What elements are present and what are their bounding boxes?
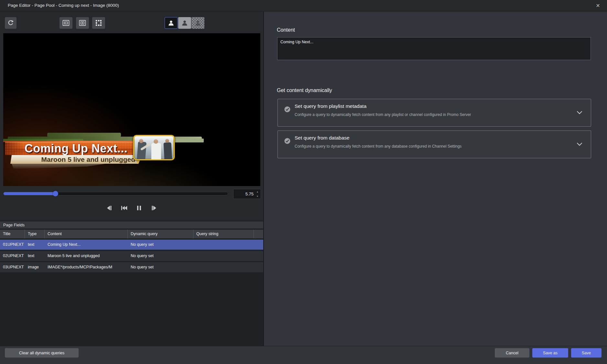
person-on-gray-icon [181,19,188,26]
cell-type: text [25,240,45,250]
cell-type: image [25,262,45,272]
card-title: Set query from database [295,135,350,141]
title-area-icon [62,20,70,26]
page-fields-section: Page Fields Title Type Content Dynamic q… [0,221,263,346]
timeline-slider[interactable] [3,192,228,195]
chevron-down-icon[interactable] [577,141,582,147]
show-safe-area-button[interactable] [76,17,89,29]
step-back-icon [106,205,113,212]
timeline-slider-fill [4,192,55,195]
refresh-button[interactable] [5,17,16,29]
show-title-area-button[interactable] [60,17,72,29]
content-heading: Content [277,27,295,33]
show-bounding-box-button[interactable] [92,17,105,29]
column-header-query-string[interactable]: Query string [193,230,254,238]
cancel-button[interactable]: Cancel [495,348,529,358]
person-on-transparency-icon [194,19,201,26]
graphic-preview: Coming Up Next... Maroon 5 live and unpl… [3,33,260,186]
spin-down-icon[interactable]: ▼ [255,195,259,198]
column-header-dynamic-query[interactable]: Dynamic query [128,230,193,238]
cell-content: IMAGE*/products/MCP/Packages/M [45,262,128,272]
time-spinbox: ▲ ▼ [233,189,261,199]
window-title: Page Editor - Page Pool - Coming up next… [8,3,119,8]
column-header-type[interactable]: Type [25,230,45,238]
background-black-toggle[interactable] [165,17,178,29]
clear-all-dynamic-queries-button[interactable]: Clear all dynamic queries [5,348,79,358]
preview-panel: Coming Up Next... Maroon 5 live and unpl… [0,12,263,346]
card-title: Set query from playlist metadata [295,103,366,109]
background-transparent-toggle[interactable] [191,17,204,29]
step-forward-button[interactable] [150,204,158,213]
cell-dynamic-query: No query set [128,251,193,261]
close-icon: ✕ [596,3,600,8]
check-circle-icon [284,138,290,144]
table-header-row: Title Type Content Dynamic query Query s… [0,230,263,238]
thumbnail-figure-right [163,142,172,160]
content-input[interactable]: Coming Up Next... [277,37,591,60]
card-description: Configure a query to dynamically fetch c… [295,112,471,117]
cell-query-string [193,262,254,272]
dynamic-content-heading: Get content dynamically [277,88,332,93]
spin-up-icon[interactable]: ▲ [255,190,259,193]
step-back-button[interactable] [105,204,114,213]
content-panel: Content Coming Up Next... Get content dy… [264,12,607,346]
chevron-down-icon[interactable] [577,110,582,116]
column-header-spacer [254,230,263,238]
page-fields-header-bar: Page Fields [0,221,263,229]
cell-dynamic-query: No query set [128,240,193,250]
cell-content: Maroon 5 live and unplugged [45,251,128,261]
lower-third-subtitle-banner: Maroon 5 live and unplugged [10,155,142,164]
database-query-card[interactable]: Set query from database Configure a quer… [277,130,591,158]
safe-area-icon [79,20,86,26]
check-circle-icon [284,106,290,112]
save-as-button[interactable]: Save as [532,348,568,358]
playlist-metadata-query-card[interactable]: Set query from playlist metadata Configu… [277,99,591,127]
table-row[interactable]: 02UPNEXT text Maroon 5 live and unplugge… [0,251,263,261]
background-gray-toggle[interactable] [178,17,191,29]
pause-icon [136,205,142,212]
footer-bar: Clear all dynamic queries Cancel Save as… [0,346,607,364]
go-to-start-button[interactable] [120,204,128,213]
page-fields-title: Page Fields [3,223,25,227]
lower-third-subtitle: Maroon 5 live and unplugged [41,156,142,163]
cell-dynamic-query: No query set [128,262,193,272]
card-description: Configure a query to dynamically fetch c… [295,144,461,149]
cell-title: 01UPNEXT [0,240,25,250]
title-bar: Page Editor - Page Pool - Coming up next… [0,0,607,12]
time-value-input[interactable] [235,190,254,198]
cell-type: text [25,251,45,261]
column-header-content[interactable]: Content [45,230,128,238]
cell-query-string [193,240,254,250]
timeline-slider-thumb[interactable] [53,191,58,196]
column-header-title[interactable]: Title [0,230,25,238]
video-thumbnail [133,135,175,160]
table-row[interactable]: 01UPNEXT text Coming Up Next... No query… [0,240,263,250]
table-row[interactable]: 03UPNEXT image IMAGE*/products/MCP/Packa… [0,262,263,272]
transport-controls [93,203,170,213]
close-button[interactable]: ✕ [593,1,602,10]
bounding-box-icon [95,20,102,26]
pause-button[interactable] [135,204,143,213]
cell-title: 03UPNEXT [0,262,25,272]
lower-third-title: Coming Up Next... [10,142,134,155]
go-to-start-icon [121,205,128,212]
step-forward-icon [151,205,157,212]
thumbnail-figure-center [151,143,161,160]
cell-query-string [193,251,254,261]
lower-third-title-banner: Coming Up Next... [5,142,138,155]
person-on-black-icon [168,19,175,26]
cell-title: 02UPNEXT [0,251,25,261]
page-editor-dialog: Page Editor - Page Pool - Coming up next… [0,0,607,364]
save-button[interactable]: Save [571,348,602,358]
refresh-icon [7,20,14,26]
cell-content: Coming Up Next... [45,240,128,250]
thumbnail-window-light [134,136,174,141]
thumbnail-figure-left [137,141,146,160]
